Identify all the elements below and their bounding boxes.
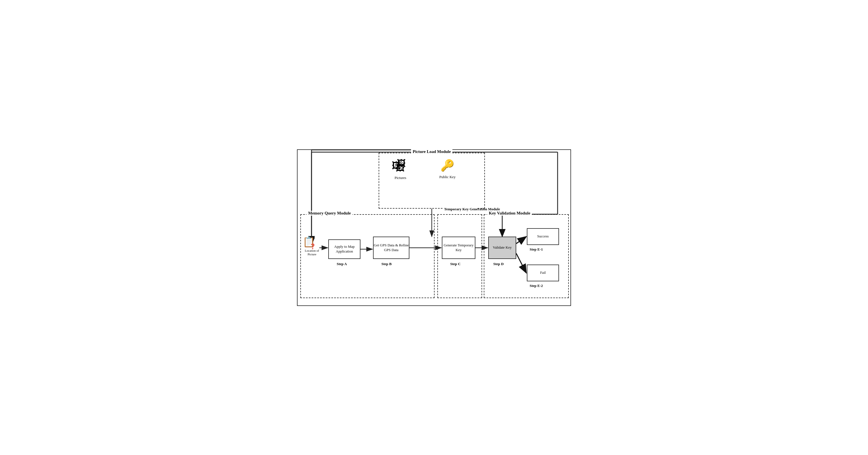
step-a-box: Apply to Map Application [328, 239, 361, 259]
picture-load-module-label: Picture Load Module [411, 149, 453, 154]
step-b-text: Get GPS Data & Refine GPS Data [374, 243, 409, 252]
public-key-label: Public Key [439, 175, 456, 179]
pictures-label: Pictures [395, 176, 406, 180]
step-e2-label: Step E-2 [530, 283, 543, 288]
step-e2-text: Fail [540, 270, 546, 275]
key-validation-module-label: Key Validation Module [487, 211, 532, 216]
step-d-label: Step D [493, 262, 504, 266]
location-label: Location of Picture [302, 249, 322, 256]
step-d-text: Validate Key [493, 245, 512, 250]
step-e1-box: Success [527, 228, 559, 245]
step-c-text: Generate Temporary Key [442, 243, 475, 252]
step-b-box: Get GPS Data & Refine GPS Data [373, 237, 409, 259]
diagram-container: Picture Load Module 🖼 🖼 🖼 Pictures 🔑 Pub… [297, 149, 571, 306]
memory-query-module-label: Memory Query Module [307, 211, 352, 216]
temp-key-module-label: Temporary Key Generation Module [443, 207, 476, 211]
step-a-text: Apply to Map Application [329, 244, 360, 254]
step-c-box: Generate Temporary Key [442, 237, 475, 259]
step-e1-label: Step E-1 [530, 247, 543, 252]
location-icon: 📋❓ [302, 236, 322, 248]
step-b-label: Step B [381, 262, 392, 266]
step-a-label: Step A [337, 262, 347, 266]
public-key-group: 🔑 Public Key [439, 159, 456, 179]
step-e1-text: Success [537, 234, 549, 239]
location-icon-group: 📋❓ Location of Picture [302, 236, 322, 256]
pictures-group: 🖼 🖼 🖼 Pictures [395, 159, 406, 180]
picture-load-module: Picture Load Module 🖼 🖼 🖼 Pictures 🔑 Pub… [379, 153, 485, 209]
step-e2-box: Fail [527, 265, 559, 281]
step-c-label: Step C [450, 262, 461, 266]
key-icon: 🔑 [439, 159, 456, 172]
step-d-box: Validate Key [488, 237, 516, 259]
